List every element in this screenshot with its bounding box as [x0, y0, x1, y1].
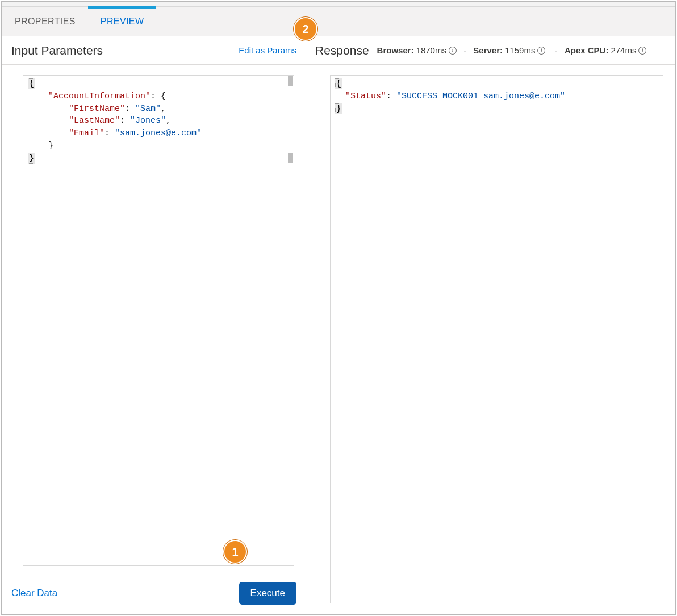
callout-1: 1 [223, 540, 247, 564]
scrollbar-thumb-bottom[interactable] [288, 153, 293, 163]
browser-label: Browser: [377, 45, 414, 55]
browser-value: 1870ms [416, 45, 446, 55]
tab-properties[interactable]: PROPERTIES [2, 7, 88, 36]
response-metrics: Browser: 1870ms i - Server: 1159ms i - A… [377, 45, 647, 55]
response-view-wrap: { "Status": "SUCCESS MOCK001 sam.jones@e… [306, 65, 675, 614]
input-editor-wrap: { "AccountInformation": { "FirstName": "… [2, 65, 306, 572]
tab-preview[interactable]: PREVIEW [88, 7, 157, 36]
callout-2: 2 [294, 17, 317, 41]
separator: - [463, 45, 466, 55]
info-icon[interactable]: i [449, 47, 457, 55]
apex-value: 274ms [611, 45, 636, 55]
server-label: Server: [473, 45, 503, 55]
content-area: Input Parameters Edit as Params { "Accou… [2, 36, 675, 614]
apex-label: Apex CPU: [565, 45, 609, 55]
tab-bar: PROPERTIES PREVIEW [2, 7, 675, 36]
response-panel: Response Browser: 1870ms i - Server: 115… [306, 36, 675, 614]
input-panel: Input Parameters Edit as Params { "Accou… [2, 36, 306, 614]
info-icon[interactable]: i [537, 47, 545, 55]
app-frame: PROPERTIES PREVIEW Input Parameters Edit… [1, 1, 676, 615]
input-json-editor[interactable]: { "AccountInformation": { "FirstName": "… [23, 75, 294, 566]
response-panel-header: Response Browser: 1870ms i - Server: 115… [306, 36, 675, 65]
clear-data-link[interactable]: Clear Data [11, 588, 57, 599]
response-json-view[interactable]: { "Status": "SUCCESS MOCK001 sam.jones@e… [330, 75, 663, 603]
edit-as-params-link[interactable]: Edit as Params [239, 45, 296, 55]
server-value: 1159ms [505, 45, 535, 55]
input-panel-title: Input Parameters [11, 44, 103, 57]
input-panel-footer: Clear Data Execute [2, 572, 306, 614]
info-icon[interactable]: i [638, 47, 646, 55]
input-panel-header: Input Parameters Edit as Params [2, 36, 306, 65]
response-panel-title: Response [315, 44, 369, 57]
separator: - [555, 45, 558, 55]
scrollbar-thumb-top[interactable] [288, 76, 293, 86]
execute-button[interactable]: Execute [239, 582, 296, 605]
